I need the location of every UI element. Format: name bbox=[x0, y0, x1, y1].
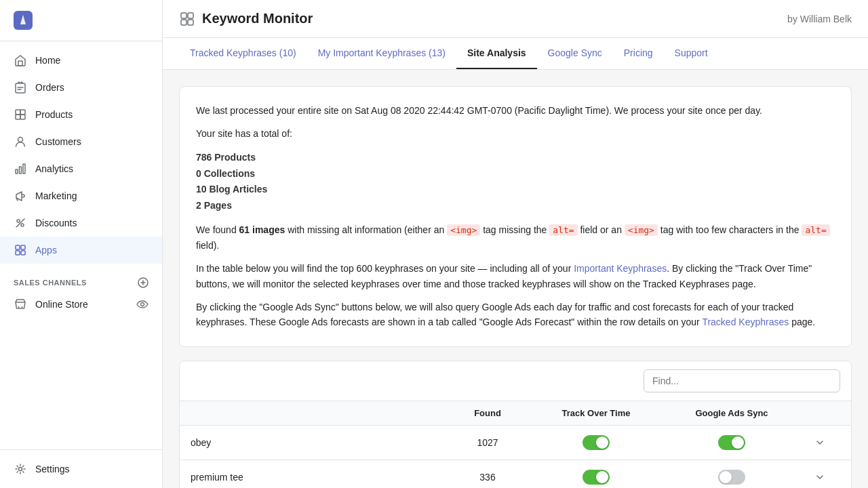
svg-rect-6 bbox=[20, 115, 25, 119]
online-store-icon bbox=[14, 298, 27, 311]
alt-attr-1: alt= bbox=[549, 224, 577, 236]
topbar: Keyword Monitor by William Belk bbox=[163, 0, 868, 38]
svg-rect-14 bbox=[21, 245, 25, 249]
sidebar-item-products-label: Products bbox=[35, 109, 73, 120]
tab-site-analysis[interactable]: Site Analysis bbox=[456, 38, 537, 69]
svg-rect-8 bbox=[16, 169, 18, 174]
sidebar-item-customers-label: Customers bbox=[35, 136, 81, 147]
header-google: Google Ads Sync bbox=[664, 408, 800, 418]
site-info-section: We last processed your entire site on Sa… bbox=[179, 86, 852, 347]
svg-point-20 bbox=[141, 303, 144, 306]
header-found: Found bbox=[447, 408, 528, 418]
found-cell-obey: 1027 bbox=[447, 437, 528, 448]
tab-pricing[interactable]: Pricing bbox=[613, 38, 664, 69]
svg-rect-10 bbox=[23, 164, 25, 174]
customers-icon bbox=[14, 135, 27, 148]
svg-point-12 bbox=[21, 224, 24, 226]
search-input[interactable] bbox=[644, 369, 840, 392]
header-keyword bbox=[191, 408, 447, 418]
processed-date-text: We last processed your entire site on Sa… bbox=[196, 103, 835, 118]
svg-point-18 bbox=[18, 306, 20, 308]
sidebar-item-online-store[interactable]: Online Store bbox=[0, 291, 162, 318]
images-count: 61 images bbox=[239, 224, 285, 235]
sidebar-item-orders-label: Orders bbox=[35, 82, 64, 93]
sales-channels-title: SALES CHANNELS bbox=[0, 269, 162, 291]
analytics-icon bbox=[14, 162, 27, 176]
sidebar: Home Orders Products Customers bbox=[0, 0, 163, 488]
sidebar-item-orders[interactable]: Orders bbox=[0, 74, 162, 101]
svg-rect-5 bbox=[16, 115, 20, 119]
google-toggle-premium-tee[interactable] bbox=[664, 470, 800, 485]
svg-rect-1 bbox=[18, 61, 22, 66]
site-total-section: Your site has a total of: bbox=[196, 126, 835, 141]
sidebar-item-products[interactable]: Products bbox=[0, 101, 162, 128]
track-toggle-obey-switch[interactable] bbox=[583, 435, 610, 450]
tab-google-sync[interactable]: Google Sync bbox=[537, 38, 613, 69]
svg-point-21 bbox=[19, 468, 22, 471]
blog-articles-count: 10 Blog Articles bbox=[196, 182, 835, 198]
svg-rect-13 bbox=[16, 245, 20, 249]
track-toggle-obey[interactable] bbox=[528, 435, 664, 450]
add-sales-channel-icon[interactable] bbox=[138, 277, 149, 288]
google-toggle-obey-switch[interactable] bbox=[718, 435, 745, 450]
online-store-label: Online Store bbox=[35, 299, 88, 310]
topbar-author: by William Belk bbox=[787, 14, 852, 24]
orders-icon bbox=[14, 81, 27, 94]
expand-premium-tee[interactable] bbox=[800, 470, 840, 484]
svg-rect-23 bbox=[188, 13, 193, 18]
tab-support[interactable]: Support bbox=[664, 38, 719, 69]
marketing-icon bbox=[14, 189, 27, 203]
images-info-text: We found 61 images with missing alt info… bbox=[196, 222, 835, 253]
sidebar-item-settings[interactable]: Settings bbox=[0, 455, 162, 483]
sidebar-item-customers[interactable]: Customers bbox=[0, 128, 162, 155]
svg-point-19 bbox=[22, 306, 23, 308]
sales-channels-section: SALES CHANNELS Online Store bbox=[0, 269, 162, 318]
img-tag-1: <img> bbox=[447, 224, 480, 236]
sidebar-item-home[interactable]: Home bbox=[0, 47, 162, 74]
svg-rect-15 bbox=[16, 251, 20, 255]
sidebar-navigation: Home Orders Products Customers bbox=[0, 41, 162, 269]
keywords-table: Found Track Over Time Google Ads Sync ob… bbox=[179, 361, 852, 488]
online-store-visibility-icon[interactable] bbox=[136, 298, 149, 310]
chevron-down-icon[interactable] bbox=[813, 470, 827, 484]
google-toggle-premium-tee-switch[interactable] bbox=[718, 470, 745, 485]
google-toggle-obey[interactable] bbox=[664, 435, 800, 450]
tab-tracked-keyphrases[interactable]: Tracked Keyphrases (10) bbox=[179, 38, 307, 69]
tab-important-keyphrases[interactable]: My Important Keyphrases (13) bbox=[307, 38, 456, 69]
tracked-keyphrases-link[interactable]: Tracked Keyphrases bbox=[702, 317, 789, 327]
img-tag-2: <img> bbox=[625, 224, 658, 236]
expand-obey[interactable] bbox=[800, 436, 840, 449]
table-row: obey 1027 bbox=[180, 426, 851, 460]
table-search-bar bbox=[180, 361, 851, 401]
collections-count: 0 Collections bbox=[196, 166, 835, 182]
content-area: We last processed your entire site on Sa… bbox=[163, 70, 868, 488]
chevron-down-icon[interactable] bbox=[813, 436, 827, 449]
sidebar-item-apps-label: Apps bbox=[35, 245, 57, 256]
track-toggle-premium-tee-switch[interactable] bbox=[583, 470, 610, 485]
svg-rect-22 bbox=[181, 13, 186, 18]
pages-count: 2 Pages bbox=[196, 198, 835, 214]
svg-rect-25 bbox=[188, 20, 193, 25]
sidebar-item-settings-label: Settings bbox=[35, 464, 70, 474]
settings-section: Settings bbox=[0, 449, 162, 488]
svg-rect-3 bbox=[16, 110, 20, 115]
svg-rect-2 bbox=[16, 83, 25, 93]
tabs-bar: Tracked Keyphrases (10) My Important Key… bbox=[163, 38, 868, 70]
sidebar-item-discounts[interactable]: Discounts bbox=[0, 209, 162, 237]
svg-point-11 bbox=[17, 220, 20, 222]
important-keyphrases-link[interactable]: Important Keyphrases bbox=[574, 263, 667, 274]
sidebar-item-discounts-label: Discounts bbox=[35, 218, 77, 228]
track-toggle-premium-tee[interactable] bbox=[528, 470, 664, 485]
svg-rect-4 bbox=[20, 110, 25, 115]
sidebar-item-home-label: Home bbox=[35, 55, 60, 66]
settings-icon bbox=[14, 462, 27, 476]
main-content: Keyword Monitor by William Belk Tracked … bbox=[163, 0, 868, 488]
svg-point-7 bbox=[18, 138, 23, 142]
sidebar-item-analytics[interactable]: Analytics bbox=[0, 155, 162, 182]
table-intro-text: In the table below you will find the top… bbox=[196, 261, 835, 291]
sidebar-item-marketing[interactable]: Marketing bbox=[0, 182, 162, 209]
sidebar-item-marketing-label: Marketing bbox=[35, 190, 77, 201]
sidebar-item-apps[interactable]: Apps bbox=[0, 237, 162, 264]
page-title: Keyword Monitor bbox=[202, 11, 313, 26]
sidebar-logo bbox=[0, 0, 162, 41]
